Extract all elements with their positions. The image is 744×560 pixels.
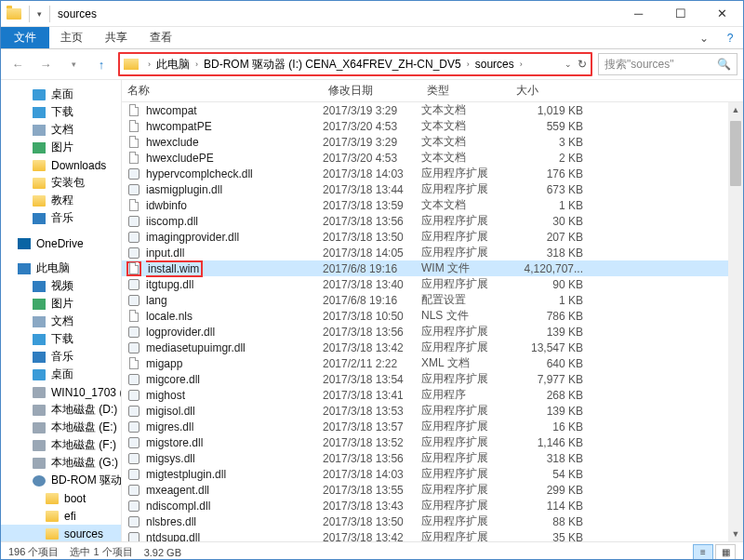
file-name: migtestplugin.dll bbox=[146, 468, 323, 481]
file-type: 应用程序 bbox=[421, 387, 511, 403]
nav-label: 桌面 bbox=[51, 367, 73, 382]
tab-share[interactable]: 共享 bbox=[94, 27, 139, 48]
column-headers[interactable]: 名称 修改日期 类型 大小 bbox=[122, 80, 743, 102]
file-row[interactable]: hwcompat2017/3/19 3:29文本文档1,019 KB bbox=[122, 102, 743, 118]
nav-item[interactable]: 图片 bbox=[1, 139, 121, 156]
file-name: hwexcludePE bbox=[146, 152, 323, 165]
file-row[interactable]: migisol.dll2017/3/18 13:53应用程序扩展139 KB bbox=[122, 403, 743, 419]
file-size: 13,547 KB bbox=[511, 341, 591, 354]
col-type[interactable]: 类型 bbox=[421, 83, 511, 99]
nav-item[interactable]: 教程 bbox=[1, 192, 121, 209]
breadcrumb[interactable]: ›此电脑 ›BD-ROM 驱动器 (I:) CENA_X64FREV_ZH-CN… bbox=[118, 52, 592, 76]
nav-item[interactable]: 桌面 bbox=[1, 366, 121, 383]
ribbon-expand-icon[interactable]: ⌄ bbox=[691, 27, 717, 48]
file-type: WIM 文件 bbox=[421, 260, 511, 276]
recent-dropdown-icon[interactable]: ▾ bbox=[62, 53, 85, 75]
tab-home[interactable]: 主页 bbox=[49, 27, 94, 48]
nav-item[interactable]: 音乐 bbox=[1, 209, 121, 227]
nav-item[interactable]: 本地磁盘 (D:) bbox=[1, 401, 121, 419]
nav-item[interactable]: 本地磁盘 (G:) bbox=[1, 454, 121, 472]
file-date: 2017/3/18 13:56 bbox=[323, 452, 421, 465]
file-tab[interactable]: 文件 bbox=[1, 27, 49, 48]
file-row[interactable]: hwexcludePE2017/3/20 4:53文本文档2 KB bbox=[122, 150, 743, 166]
col-name[interactable]: 名称 bbox=[122, 83, 323, 99]
nav-item[interactable]: 下载 bbox=[1, 103, 121, 121]
crumb-drive[interactable]: BD-ROM 驱动器 (I:) CENA_X64FREV_ZH-CN_DV5 bbox=[202, 57, 463, 73]
file-row[interactable]: hypervcomplcheck.dll2017/3/18 14:03应用程序扩… bbox=[122, 166, 743, 181]
search-icon[interactable]: 🔍 bbox=[717, 58, 731, 71]
nav-item[interactable]: 桌面 bbox=[1, 86, 121, 103]
scrollbar[interactable]: ▲ ▼ bbox=[728, 102, 743, 541]
file-name: mediasetupuimgr.dll bbox=[146, 341, 323, 354]
nav-item[interactable]: 音乐 bbox=[1, 348, 121, 366]
file-row[interactable]: input.dll2017/3/18 14:05应用程序扩展318 KB bbox=[122, 245, 743, 260]
file-row[interactable]: migtestplugin.dll2017/3/18 14:03应用程序扩展54… bbox=[122, 466, 743, 482]
nav-item[interactable]: efi bbox=[1, 507, 121, 525]
file-row[interactable]: hwexclude2017/3/19 3:29文本文档3 KB bbox=[122, 134, 743, 150]
nav-item[interactable]: 下载 bbox=[1, 330, 121, 348]
file-type: NLS 文件 bbox=[421, 308, 511, 324]
nav-item[interactable]: 安装包 bbox=[1, 174, 121, 192]
file-row[interactable]: ndiscompl.dll2017/3/18 13:43应用程序扩展114 KB bbox=[122, 498, 743, 513]
close-button[interactable]: ✕ bbox=[701, 1, 743, 27]
qat-down-icon[interactable]: ▾ bbox=[37, 9, 42, 19]
file-row[interactable]: locale.nls2017/3/18 10:50NLS 文件786 KB bbox=[122, 308, 743, 324]
icons-view-icon[interactable]: ▦ bbox=[715, 544, 736, 561]
address-bar: ← → ▾ ↑ ›此电脑 ›BD-ROM 驱动器 (I:) CENA_X64FR… bbox=[1, 49, 743, 80]
file-row[interactable]: iasmigplugin.dll2017/3/18 13:44应用程序扩展673… bbox=[122, 181, 743, 197]
file-row[interactable]: nlsbres.dll2017/3/18 13:50应用程序扩展88 KB bbox=[122, 513, 743, 529]
details-view-icon[interactable]: ≡ bbox=[693, 544, 713, 561]
refresh-icon[interactable]: ↻ bbox=[578, 58, 587, 71]
history-dropdown-icon[interactable]: ⌄ bbox=[565, 60, 572, 69]
tab-view[interactable]: 查看 bbox=[139, 27, 183, 48]
file-row[interactable]: itgtupg.dll2017/3/18 13:40应用程序扩展90 KB bbox=[122, 276, 743, 292]
gear-icon bbox=[127, 247, 140, 260]
nav-item[interactable]: WIN10_1703 (C:) bbox=[1, 383, 121, 401]
nav-item[interactable]: sources bbox=[1, 525, 121, 541]
file-list[interactable]: hwcompat2017/3/19 3:29文本文档1,019 KBhwcomp… bbox=[122, 102, 743, 541]
nav-item[interactable]: 视频 bbox=[1, 277, 121, 295]
file-row[interactable]: migapp2017/2/11 2:22XML 文档640 KB bbox=[122, 355, 743, 371]
doc-icon bbox=[33, 125, 46, 136]
nav-item[interactable]: 此电脑 bbox=[1, 260, 121, 277]
nav-item[interactable]: 本地磁盘 (F:) bbox=[1, 436, 121, 454]
scroll-down-icon[interactable]: ▼ bbox=[728, 527, 743, 541]
scroll-thumb[interactable] bbox=[730, 121, 741, 186]
minimize-button[interactable]: ─ bbox=[618, 1, 659, 27]
back-button[interactable]: ← bbox=[7, 53, 29, 75]
scroll-up-icon[interactable]: ▲ bbox=[728, 102, 743, 117]
search-input[interactable]: 搜索"sources" 🔍 bbox=[598, 53, 737, 75]
file-row[interactable]: migsys.dll2017/3/18 13:56应用程序扩展318 KB bbox=[122, 450, 743, 466]
forward-button[interactable]: → bbox=[34, 53, 57, 75]
nav-item[interactable]: 文档 bbox=[1, 313, 121, 330]
up-button[interactable]: ↑ bbox=[90, 53, 113, 75]
file-row[interactable]: iiscomp.dll2017/3/18 13:56应用程序扩展30 KB bbox=[122, 213, 743, 229]
crumb-thispc[interactable]: 此电脑 bbox=[154, 57, 192, 73]
nav-item[interactable]: Downloads bbox=[1, 156, 121, 174]
nav-label: boot bbox=[64, 492, 86, 505]
file-row[interactable]: logprovider.dll2017/3/18 13:56应用程序扩展139 … bbox=[122, 324, 743, 340]
file-row[interactable]: mxeagent.dll2017/3/18 13:55应用程序扩展299 KB bbox=[122, 482, 743, 498]
file-row[interactable]: migres.dll2017/3/18 13:57应用程序扩展16 KB bbox=[122, 419, 743, 434]
file-row[interactable]: ntdsupg.dll2017/3/18 13:42应用程序扩展35 KB bbox=[122, 529, 743, 541]
maximize-button[interactable]: ☐ bbox=[659, 1, 701, 27]
help-icon[interactable]: ? bbox=[717, 27, 743, 48]
crumb-sources[interactable]: sources bbox=[473, 58, 516, 71]
file-row[interactable]: lang2017/6/8 19:16配置设置1 KB bbox=[122, 292, 743, 308]
file-row[interactable]: hwcompatPE2017/3/20 4:53文本文档559 KB bbox=[122, 118, 743, 134]
col-size[interactable]: 大小 bbox=[511, 83, 743, 99]
file-row[interactable]: install.wim2017/6/8 19:16WIM 文件4,120,707… bbox=[122, 260, 743, 276]
file-row[interactable]: migstore.dll2017/3/18 13:52应用程序扩展1,146 K… bbox=[122, 434, 743, 450]
file-row[interactable]: migcore.dll2017/3/18 13:54应用程序扩展7,977 KB bbox=[122, 371, 743, 387]
file-row[interactable]: imagingprovider.dll2017/3/18 13:50应用程序扩展… bbox=[122, 229, 743, 245]
nav-item[interactable]: 文档 bbox=[1, 121, 121, 139]
nav-item[interactable]: BD-ROM 驱动器 bbox=[1, 472, 121, 489]
file-row[interactable]: mediasetupuimgr.dll2017/3/18 13:42应用程序扩展… bbox=[122, 340, 743, 355]
nav-item[interactable]: OneDrive bbox=[1, 234, 121, 252]
nav-item[interactable]: 图片 bbox=[1, 295, 121, 313]
file-row[interactable]: mighost2017/3/18 13:41应用程序268 KB bbox=[122, 387, 743, 403]
file-row[interactable]: idwbinfo2017/3/18 13:59文本文档1 KB bbox=[122, 197, 743, 213]
nav-item[interactable]: 本地磁盘 (E:) bbox=[1, 419, 121, 436]
nav-item[interactable]: boot bbox=[1, 489, 121, 507]
col-date[interactable]: 修改日期 bbox=[323, 83, 421, 99]
